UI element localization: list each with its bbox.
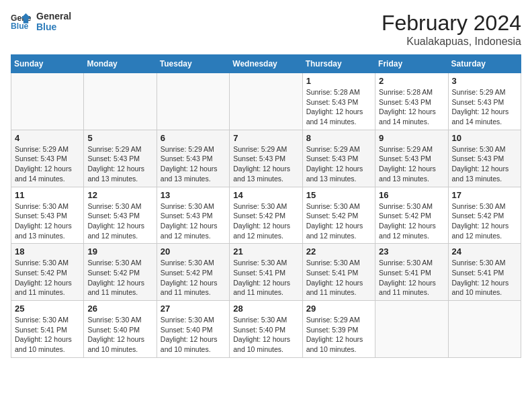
day-detail: Sunrise: 5:30 AM Sunset: 5:41 PM Dayligh… [452, 258, 517, 298]
calendar-cell: 4Sunrise: 5:29 AM Sunset: 5:43 PM Daylig… [11, 130, 84, 187]
day-number: 2 [379, 76, 444, 86]
calendar-cell [375, 301, 448, 358]
day-detail: Sunrise: 5:30 AM Sunset: 5:40 PM Dayligh… [161, 315, 226, 355]
day-number: 29 [306, 304, 371, 314]
header-monday: Monday [84, 55, 157, 73]
day-number: 25 [15, 304, 80, 314]
logo: General Blue General Blue [11, 11, 71, 32]
day-detail: Sunrise: 5:29 AM Sunset: 5:39 PM Dayligh… [306, 315, 371, 355]
day-detail: Sunrise: 5:30 AM Sunset: 5:42 PM Dayligh… [161, 258, 226, 298]
calendar-cell: 13Sunrise: 5:30 AM Sunset: 5:43 PM Dayli… [157, 187, 229, 244]
day-number: 21 [233, 246, 298, 257]
day-number: 7 [233, 133, 298, 143]
day-number: 20 [161, 246, 226, 257]
day-number: 1 [306, 76, 371, 86]
calendar-cell [157, 73, 229, 130]
calendar-cell: 14Sunrise: 5:30 AM Sunset: 5:42 PM Dayli… [230, 187, 302, 244]
calendar-cell: 2Sunrise: 5:28 AM Sunset: 5:43 PM Daylig… [375, 73, 448, 130]
day-detail: Sunrise: 5:30 AM Sunset: 5:43 PM Dayligh… [452, 144, 517, 184]
calendar-cell [84, 73, 157, 130]
calendar-subtitle: Kualakapuas, Indonesia [382, 36, 521, 48]
day-number: 9 [379, 133, 444, 143]
day-detail: Sunrise: 5:28 AM Sunset: 5:43 PM Dayligh… [306, 87, 371, 127]
calendar-cell: 6Sunrise: 5:29 AM Sunset: 5:43 PM Daylig… [157, 130, 229, 187]
header-wednesday: Wednesday [230, 55, 302, 73]
day-detail: Sunrise: 5:29 AM Sunset: 5:43 PM Dayligh… [161, 144, 226, 184]
day-number: 24 [452, 246, 517, 257]
day-detail: Sunrise: 5:30 AM Sunset: 5:41 PM Dayligh… [15, 315, 80, 355]
logo-general: General [36, 11, 71, 21]
title-block: February 2024 Kualakapuas, Indonesia [382, 11, 521, 48]
day-detail: Sunrise: 5:30 AM Sunset: 5:42 PM Dayligh… [233, 201, 298, 241]
day-detail: Sunrise: 5:29 AM Sunset: 5:43 PM Dayligh… [379, 144, 444, 184]
calendar-cell [230, 73, 302, 130]
day-detail: Sunrise: 5:28 AM Sunset: 5:43 PM Dayligh… [379, 87, 444, 127]
logo-blue: Blue [36, 21, 71, 32]
day-detail: Sunrise: 5:30 AM Sunset: 5:41 PM Dayligh… [233, 258, 298, 298]
calendar-table: SundayMondayTuesdayWednesdayThursdayFrid… [11, 54, 521, 358]
header-thursday: Thursday [302, 55, 375, 73]
calendar-cell: 24Sunrise: 5:30 AM Sunset: 5:41 PM Dayli… [448, 244, 521, 301]
calendar-cell [448, 301, 521, 358]
day-number: 14 [233, 190, 298, 200]
calendar-cell: 22Sunrise: 5:30 AM Sunset: 5:41 PM Dayli… [302, 244, 375, 301]
day-detail: Sunrise: 5:29 AM Sunset: 5:43 PM Dayligh… [233, 144, 298, 184]
calendar-cell: 10Sunrise: 5:30 AM Sunset: 5:43 PM Dayli… [448, 130, 521, 187]
calendar-week-2: 4Sunrise: 5:29 AM Sunset: 5:43 PM Daylig… [11, 130, 521, 187]
header-saturday: Saturday [448, 55, 521, 73]
calendar-week-1: 1Sunrise: 5:28 AM Sunset: 5:43 PM Daylig… [11, 73, 521, 130]
day-number: 8 [306, 133, 371, 143]
day-detail: Sunrise: 5:30 AM Sunset: 5:43 PM Dayligh… [15, 201, 80, 241]
day-detail: Sunrise: 5:30 AM Sunset: 5:42 PM Dayligh… [87, 258, 152, 298]
day-detail: Sunrise: 5:30 AM Sunset: 5:41 PM Dayligh… [306, 258, 371, 298]
day-number: 10 [452, 133, 517, 143]
calendar-week-5: 25Sunrise: 5:30 AM Sunset: 5:41 PM Dayli… [11, 301, 521, 358]
day-number: 3 [452, 76, 517, 86]
calendar-cell: 9Sunrise: 5:29 AM Sunset: 5:43 PM Daylig… [375, 130, 448, 187]
day-detail: Sunrise: 5:30 AM Sunset: 5:43 PM Dayligh… [87, 201, 152, 241]
day-detail: Sunrise: 5:30 AM Sunset: 5:42 PM Dayligh… [452, 201, 517, 241]
calendar-cell: 18Sunrise: 5:30 AM Sunset: 5:42 PM Dayli… [11, 244, 84, 301]
day-detail: Sunrise: 5:30 AM Sunset: 5:42 PM Dayligh… [379, 201, 444, 241]
page-header: General Blue General Blue February 2024 … [11, 11, 521, 48]
day-number: 6 [161, 133, 226, 143]
logo-icon: General Blue [11, 12, 31, 31]
calendar-cell: 17Sunrise: 5:30 AM Sunset: 5:42 PM Dayli… [448, 187, 521, 244]
calendar-cell: 29Sunrise: 5:29 AM Sunset: 5:39 PM Dayli… [302, 301, 375, 358]
day-number: 27 [161, 304, 226, 314]
calendar-cell [11, 73, 84, 130]
calendar-title: February 2024 [382, 11, 521, 36]
day-number: 12 [87, 190, 152, 200]
day-number: 11 [15, 190, 80, 200]
day-number: 23 [379, 246, 444, 257]
day-detail: Sunrise: 5:29 AM Sunset: 5:43 PM Dayligh… [87, 144, 152, 184]
header-sunday: Sunday [11, 55, 84, 73]
day-detail: Sunrise: 5:30 AM Sunset: 5:42 PM Dayligh… [306, 201, 371, 241]
calendar-cell: 7Sunrise: 5:29 AM Sunset: 5:43 PM Daylig… [230, 130, 302, 187]
calendar-week-4: 18Sunrise: 5:30 AM Sunset: 5:42 PM Dayli… [11, 244, 521, 301]
calendar-cell: 8Sunrise: 5:29 AM Sunset: 5:43 PM Daylig… [302, 130, 375, 187]
header-tuesday: Tuesday [157, 55, 229, 73]
day-detail: Sunrise: 5:30 AM Sunset: 5:40 PM Dayligh… [233, 315, 298, 355]
day-number: 16 [379, 190, 444, 200]
day-number: 5 [87, 133, 152, 143]
day-detail: Sunrise: 5:29 AM Sunset: 5:43 PM Dayligh… [452, 87, 517, 127]
calendar-cell: 5Sunrise: 5:29 AM Sunset: 5:43 PM Daylig… [84, 130, 157, 187]
day-number: 26 [87, 304, 152, 314]
calendar-cell: 20Sunrise: 5:30 AM Sunset: 5:42 PM Dayli… [157, 244, 229, 301]
calendar-cell: 3Sunrise: 5:29 AM Sunset: 5:43 PM Daylig… [448, 73, 521, 130]
day-number: 17 [452, 190, 517, 200]
calendar-cell: 21Sunrise: 5:30 AM Sunset: 5:41 PM Dayli… [230, 244, 302, 301]
calendar-cell: 28Sunrise: 5:30 AM Sunset: 5:40 PM Dayli… [230, 301, 302, 358]
calendar-week-3: 11Sunrise: 5:30 AM Sunset: 5:43 PM Dayli… [11, 187, 521, 244]
day-detail: Sunrise: 5:30 AM Sunset: 5:43 PM Dayligh… [161, 201, 226, 241]
calendar-cell: 27Sunrise: 5:30 AM Sunset: 5:40 PM Dayli… [157, 301, 229, 358]
calendar-cell: 15Sunrise: 5:30 AM Sunset: 5:42 PM Dayli… [302, 187, 375, 244]
day-number: 18 [15, 246, 80, 257]
day-detail: Sunrise: 5:30 AM Sunset: 5:41 PM Dayligh… [379, 258, 444, 298]
calendar-cell: 26Sunrise: 5:30 AM Sunset: 5:40 PM Dayli… [84, 301, 157, 358]
header-friday: Friday [375, 55, 448, 73]
calendar-cell: 25Sunrise: 5:30 AM Sunset: 5:41 PM Dayli… [11, 301, 84, 358]
day-number: 13 [161, 190, 226, 200]
day-detail: Sunrise: 5:29 AM Sunset: 5:43 PM Dayligh… [306, 144, 371, 184]
